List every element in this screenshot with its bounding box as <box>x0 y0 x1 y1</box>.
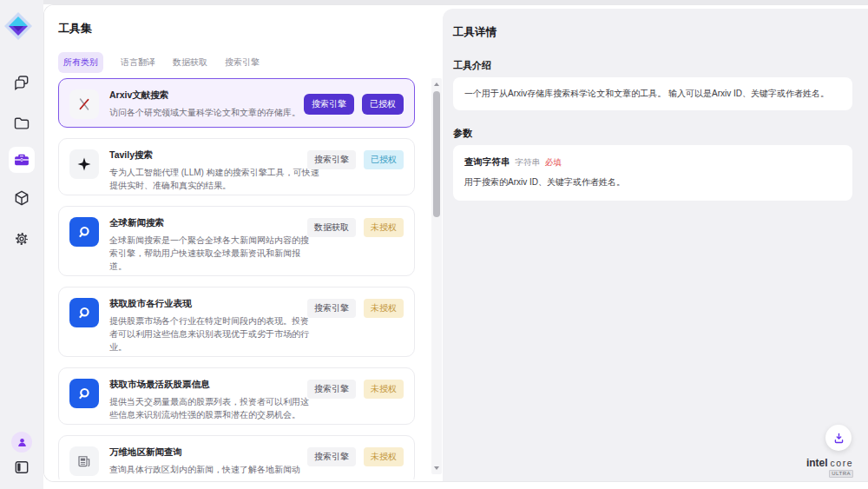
status-badge[interactable]: 未授权 <box>364 218 404 237</box>
tool-title: Arxiv文献搜索 <box>109 89 312 100</box>
tool-card-tavily[interactable]: Tavily搜索 专为人工智能代理 (LLM) 构建的搜索引擎工具，可快速提供实… <box>58 138 415 195</box>
tab-search-engine[interactable]: 搜索引擎 <box>225 52 260 73</box>
app-logo[interactable] <box>3 11 33 44</box>
news-search-icon <box>69 217 99 247</box>
tool-title: 全球新闻搜索 <box>109 217 312 228</box>
category-tag[interactable]: 数据获取 <box>307 218 356 237</box>
tab-all-categories[interactable]: 所有类别 <box>58 52 103 73</box>
user-avatar[interactable] <box>11 432 32 453</box>
status-badge[interactable]: 未授权 <box>364 380 404 399</box>
scrollbar[interactable] <box>431 78 442 474</box>
tool-description: 查询具体行政区划内的新闻，快速了解各地新闻动 <box>109 463 312 476</box>
scroll-up-arrow[interactable] <box>434 83 439 86</box>
ultra-badge: ULTRA <box>829 470 853 478</box>
scrollbar-thumb[interactable] <box>433 91 440 217</box>
download-button[interactable] <box>825 425 852 451</box>
intro-heading: 工具介绍 <box>453 59 491 72</box>
tool-title: Tavily搜索 <box>109 149 324 160</box>
stock-search-icon <box>69 379 99 408</box>
category-tag[interactable]: 搜索引擎 <box>307 380 356 399</box>
detail-title: 工具详情 <box>453 25 496 40</box>
folder-icon[interactable] <box>13 115 30 132</box>
toolset-panel: 工具集 所有类别 语言翻译 数据获取 搜索引擎 Arxiv文献搜索 访问各个研究… <box>44 5 443 481</box>
status-badge[interactable]: 已授权 <box>364 150 404 169</box>
tool-card-list: Arxiv文献搜索 访问各个研究领域大量科学论文和文章的存储库。 搜索引擎 已授… <box>58 78 415 479</box>
tab-data-fetch[interactable]: 数据获取 <box>173 52 207 73</box>
tab-translation[interactable]: 语言翻译 <box>121 52 155 73</box>
core-wordmark: core <box>831 458 853 468</box>
tool-card-sector-performance[interactable]: 获取股市各行业表现 提供股票市场各个行业在特定时间段内的表现。投资者可以利用这些… <box>58 287 415 357</box>
arxiv-icon <box>69 89 99 119</box>
param-name: 查询字符串 <box>464 156 510 169</box>
tool-title: 万维地区新闻查询 <box>109 446 312 457</box>
param-description: 用于搜索的Arxiv ID、关键字或作者姓名。 <box>464 176 841 188</box>
stock-search-icon <box>69 298 99 327</box>
tool-card-regional-news[interactable]: 万维地区新闻查询 查询具体行政区划内的新闻，快速了解各地新闻动 搜索引擎 未授权 <box>58 435 415 479</box>
category-tag[interactable]: 搜索引擎 <box>307 150 356 169</box>
intro-text: 一个用于从Arxiv存储库搜索科学论文和文章的工具。 输入可以是Arxiv ID… <box>464 88 829 100</box>
tool-card-most-active-stocks[interactable]: 获取市场最活跃股票信息 提供当天交易量最高的股票列表，投资者可以利用这些信息来识… <box>58 367 415 425</box>
tool-title: 获取股市各行业表现 <box>109 298 312 308</box>
tool-title: 获取市场最活跃股票信息 <box>109 379 312 389</box>
scroll-down-arrow[interactable] <box>434 466 439 470</box>
layout-panel-icon[interactable] <box>13 459 30 476</box>
toolset-title: 工具集 <box>58 21 92 36</box>
gear-icon[interactable] <box>13 230 30 248</box>
sidebar <box>0 0 43 489</box>
category-tabs: 所有类别 语言翻译 数据获取 搜索引擎 <box>58 52 260 73</box>
tool-card-global-news[interactable]: 全球新闻搜索 全球新闻搜索是一个聚合全球各大新闻网站内容的搜索引擎，帮助用户快速… <box>58 206 415 276</box>
param-required: 必填 <box>545 157 562 169</box>
tool-detail-panel: 工具详情 工具介绍 一个用于从Arxiv存储库搜索科学论文和文章的工具。 输入可… <box>443 9 868 482</box>
briefcase-icon-active[interactable] <box>9 147 35 173</box>
param-box: 查询字符串 字符串 必填 用于搜索的Arxiv ID、关键字或作者姓名。 <box>453 145 852 201</box>
intel-core-logo: intel core ULTRA <box>806 457 853 478</box>
cube-icon[interactable] <box>13 189 30 207</box>
category-tag[interactable]: 搜索引擎 <box>307 447 356 466</box>
status-badge[interactable]: 已授权 <box>362 94 404 115</box>
tool-description: 全球新闻搜索是一个聚合全球各大新闻网站内容的搜索引擎，帮助用户快速获取全球最新资… <box>109 234 312 273</box>
status-badge[interactable]: 未授权 <box>364 299 404 318</box>
status-badge[interactable]: 未授权 <box>364 447 404 466</box>
params-heading: 参数 <box>453 127 472 140</box>
tool-description: 提供当天交易量最高的股票列表，投资者可以利用这些信息来识别流动性强的股票和潜在的… <box>109 395 312 421</box>
category-tag[interactable]: 搜索引擎 <box>307 299 356 318</box>
tavily-icon <box>69 149 99 179</box>
tool-description: 专为人工智能代理 (LLM) 构建的搜索引擎工具，可快速提供实时、准确和真实的结… <box>109 166 324 192</box>
category-tag[interactable]: 搜索引擎 <box>304 94 354 115</box>
main-window: 工具集 所有类别 语言翻译 数据获取 搜索引擎 Arxiv文献搜索 访问各个研究… <box>43 4 868 482</box>
newspaper-icon <box>69 446 99 476</box>
chat-icon[interactable] <box>13 74 30 91</box>
param-type: 字符串 <box>516 157 541 169</box>
tool-description: 提供股票市场各个行业在特定时间段内的表现。投资者可以利用这些信息来识别表现优于或… <box>109 314 312 354</box>
intel-wordmark: intel <box>806 457 828 469</box>
tool-card-arxiv[interactable]: Arxiv文献搜索 访问各个研究领域大量科学论文和文章的存储库。 搜索引擎 已授… <box>58 78 415 128</box>
tool-description: 访问各个研究领域大量科学论文和文章的存储库。 <box>109 106 312 119</box>
intro-box: 一个用于从Arxiv存储库搜索科学论文和文章的工具。 输入可以是Arxiv ID… <box>453 77 852 110</box>
